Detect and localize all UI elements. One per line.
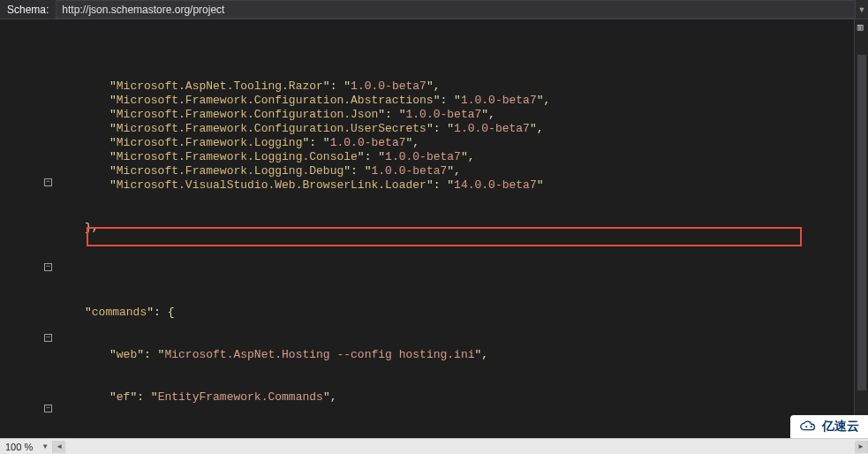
json-key: Microsoft.Framework.Configuration.Abstra…: [117, 94, 434, 107]
watermark-text: 亿速云: [822, 419, 859, 435]
json-key: Microsoft.Framework.Configuration.UserSe…: [117, 122, 426, 135]
json-value: 1.0.0-beta7: [351, 79, 426, 93]
code-area[interactable]: "Microsoft.AspNet.Tooling.Razor": "1.0.0…: [39, 19, 854, 438]
horizontal-scrollbar[interactable]: ◄ ►: [52, 441, 868, 453]
json-key: Microsoft.Framework.Logging.Console: [117, 150, 358, 163]
zoom-dropdown-icon[interactable]: ▼: [38, 443, 52, 450]
json-value: 1.0.0-beta7: [371, 164, 447, 178]
editor: − − − − "Microsoft.AspNet.Tooling.Razor"…: [0, 19, 868, 438]
svg-point-1: [811, 426, 812, 428]
schema-bar: Schema: http://json.schemastore.org/proj…: [0, 0, 868, 19]
scroll-left-icon[interactable]: ◄: [53, 441, 65, 453]
zoom-level[interactable]: 100 %: [0, 442, 38, 452]
json-key: Microsoft.Framework.Configuration.Json: [117, 108, 378, 121]
json-key: Microsoft.VisualStudio.Web.BrowserLink.L…: [117, 178, 426, 192]
schema-label: Schema:: [0, 4, 56, 16]
scroll-right-icon[interactable]: ►: [855, 441, 867, 453]
json-value: EntityFramework.Commands: [158, 390, 323, 404]
overview-ruler[interactable]: ▥: [854, 19, 868, 438]
json-key: Microsoft.Framework.Logging.Debug: [117, 164, 343, 178]
svg-point-0: [805, 426, 807, 428]
json-value: 1.0.0-beta7: [405, 108, 481, 121]
json-key: Microsoft.Framework.Logging: [117, 136, 303, 149]
split-editor-icon[interactable]: ▥: [854, 21, 866, 34]
vertical-scrollbar-thumb[interactable]: [857, 55, 866, 390]
json-value: Microsoft.AspNet.Hosting --config hostin…: [164, 348, 474, 361]
json-value: 1.0.0-beta7: [454, 122, 530, 135]
json-value: 1.0.0-beta7: [330, 136, 406, 149]
schema-url-field[interactable]: http://json.schemastore.org/project: [56, 0, 856, 19]
cloud-icon: [799, 420, 819, 434]
watermark: 亿速云: [790, 415, 868, 438]
status-bar: 100 % ▼ ◄ ►: [0, 438, 868, 454]
json-value: 1.0.0-beta7: [461, 94, 537, 107]
schema-dropdown-icon[interactable]: ▼: [856, 5, 868, 14]
json-key: commands: [92, 306, 147, 319]
json-key: Microsoft.AspNet.Tooling.Razor: [117, 79, 323, 93]
json-value: 1.0.0-beta7: [385, 150, 461, 163]
json-key: web: [117, 348, 137, 361]
json-value: 14.0.0-beta7: [454, 178, 537, 192]
outline-margin: [0, 19, 39, 438]
json-key: ef: [117, 390, 131, 404]
